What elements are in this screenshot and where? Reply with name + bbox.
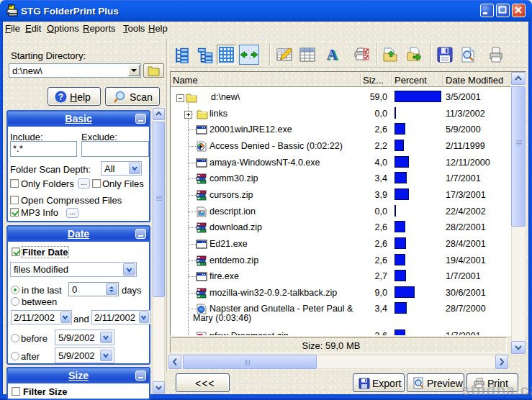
svg-text:A: A [326,46,338,63]
svg-text:?: ? [58,92,63,102]
